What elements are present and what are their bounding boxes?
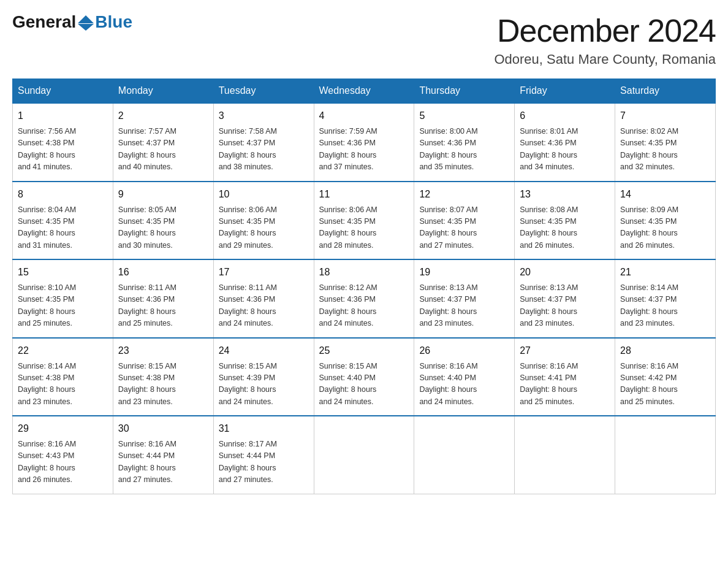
day-number: 27 (520, 343, 610, 358)
calendar-day-26: 26 Sunrise: 8:16 AM Sunset: 4:40 PM Dayl… (414, 338, 515, 416)
calendar-day-14: 14 Sunrise: 8:09 AM Sunset: 4:35 PM Dayl… (615, 182, 716, 260)
header-wednesday: Wednesday (314, 79, 414, 104)
day-number: 6 (520, 109, 610, 123)
calendar-day-15: 15 Sunrise: 8:10 AM Sunset: 4:35 PM Dayl… (13, 259, 113, 338)
day-info: Sunrise: 8:06 AM Sunset: 4:35 PM Dayligh… (219, 204, 309, 252)
header-monday: Monday (113, 79, 213, 104)
logo-triangle-bottom (78, 24, 94, 31)
calendar-day-17: 17 Sunrise: 8:11 AM Sunset: 4:36 PM Dayl… (213, 259, 314, 338)
calendar-day-28: 28 Sunrise: 8:16 AM Sunset: 4:42 PM Dayl… (615, 338, 716, 416)
day-number: 3 (219, 109, 309, 123)
page-header: General Blue December 2024 Odoreu, Satu … (12, 12, 716, 67)
day-info: Sunrise: 8:16 AM Sunset: 4:44 PM Dayligh… (118, 439, 208, 486)
month-title: December 2024 (494, 12, 716, 49)
day-number: 10 (219, 187, 309, 202)
day-number: 21 (620, 265, 710, 280)
calendar-week-row-2: 8 Sunrise: 8:04 AM Sunset: 4:35 PM Dayli… (13, 182, 716, 260)
calendar-day-8: 8 Sunrise: 8:04 AM Sunset: 4:35 PM Dayli… (13, 182, 113, 260)
day-info: Sunrise: 8:14 AM Sunset: 4:38 PM Dayligh… (18, 361, 108, 408)
calendar-day-16: 16 Sunrise: 8:11 AM Sunset: 4:36 PM Dayl… (113, 259, 213, 338)
calendar-day-11: 11 Sunrise: 8:06 AM Sunset: 4:35 PM Dayl… (314, 182, 414, 260)
day-info: Sunrise: 8:16 AM Sunset: 4:41 PM Dayligh… (520, 361, 610, 408)
calendar-empty-cell (314, 416, 414, 494)
day-info: Sunrise: 7:57 AM Sunset: 4:37 PM Dayligh… (118, 126, 208, 174)
day-info: Sunrise: 8:09 AM Sunset: 4:35 PM Dayligh… (620, 204, 710, 252)
day-number: 14 (620, 187, 710, 202)
calendar-empty-cell (515, 416, 615, 494)
location-subtitle: Odoreu, Satu Mare County, Romania (494, 52, 716, 67)
day-info: Sunrise: 8:10 AM Sunset: 4:35 PM Dayligh… (18, 282, 108, 330)
header-tuesday: Tuesday (213, 79, 314, 104)
day-number: 2 (118, 109, 208, 123)
day-number: 23 (118, 343, 208, 358)
day-number: 31 (219, 421, 309, 436)
title-block: December 2024 Odoreu, Satu Mare County, … (494, 12, 716, 67)
day-info: Sunrise: 7:56 AM Sunset: 4:38 PM Dayligh… (18, 126, 108, 174)
calendar-day-13: 13 Sunrise: 8:08 AM Sunset: 4:35 PM Dayl… (515, 182, 615, 260)
calendar-day-27: 27 Sunrise: 8:16 AM Sunset: 4:41 PM Dayl… (515, 338, 615, 416)
calendar-day-2: 2 Sunrise: 7:57 AM Sunset: 4:37 PM Dayli… (113, 103, 213, 182)
calendar-header-row: Sunday Monday Tuesday Wednesday Thursday… (13, 79, 716, 104)
calendar-day-29: 29 Sunrise: 8:16 AM Sunset: 4:43 PM Dayl… (13, 416, 113, 494)
day-info: Sunrise: 8:15 AM Sunset: 4:40 PM Dayligh… (319, 361, 409, 408)
header-thursday: Thursday (414, 79, 515, 104)
day-info: Sunrise: 8:04 AM Sunset: 4:35 PM Dayligh… (18, 204, 108, 252)
calendar-day-4: 4 Sunrise: 7:59 AM Sunset: 4:36 PM Dayli… (314, 103, 414, 182)
day-info: Sunrise: 8:11 AM Sunset: 4:36 PM Dayligh… (219, 282, 309, 330)
calendar-day-18: 18 Sunrise: 8:12 AM Sunset: 4:36 PM Dayl… (314, 259, 414, 338)
day-number: 16 (118, 265, 208, 280)
day-number: 22 (18, 343, 108, 358)
day-number: 5 (419, 109, 509, 123)
day-info: Sunrise: 8:16 AM Sunset: 4:43 PM Dayligh… (18, 439, 108, 486)
calendar-day-20: 20 Sunrise: 8:13 AM Sunset: 4:37 PM Dayl… (515, 259, 615, 338)
day-number: 8 (18, 187, 108, 202)
day-number: 28 (620, 343, 710, 358)
day-number: 12 (419, 187, 509, 202)
day-number: 26 (419, 343, 509, 358)
calendar-day-1: 1 Sunrise: 7:56 AM Sunset: 4:38 PM Dayli… (13, 103, 113, 182)
day-info: Sunrise: 8:16 AM Sunset: 4:42 PM Dayligh… (620, 361, 710, 408)
calendar-table: Sunday Monday Tuesday Wednesday Thursday… (12, 79, 716, 494)
day-info: Sunrise: 8:06 AM Sunset: 4:35 PM Dayligh… (319, 204, 409, 252)
day-info: Sunrise: 8:05 AM Sunset: 4:35 PM Dayligh… (118, 204, 208, 252)
day-info: Sunrise: 8:17 AM Sunset: 4:44 PM Dayligh… (219, 439, 309, 486)
day-number: 11 (319, 187, 409, 202)
calendar-week-row-4: 22 Sunrise: 8:14 AM Sunset: 4:38 PM Dayl… (13, 338, 716, 416)
calendar-day-10: 10 Sunrise: 8:06 AM Sunset: 4:35 PM Dayl… (213, 182, 314, 260)
day-info: Sunrise: 8:00 AM Sunset: 4:36 PM Dayligh… (419, 126, 509, 174)
calendar-day-7: 7 Sunrise: 8:02 AM Sunset: 4:35 PM Dayli… (615, 103, 716, 182)
day-number: 1 (18, 109, 108, 123)
day-number: 4 (319, 109, 409, 123)
day-number: 29 (18, 421, 108, 436)
calendar-week-row-1: 1 Sunrise: 7:56 AM Sunset: 4:38 PM Dayli… (13, 103, 716, 182)
calendar-day-30: 30 Sunrise: 8:16 AM Sunset: 4:44 PM Dayl… (113, 416, 213, 494)
header-saturday: Saturday (615, 79, 716, 104)
logo-general-text: General (12, 12, 76, 32)
calendar-day-25: 25 Sunrise: 8:15 AM Sunset: 4:40 PM Dayl… (314, 338, 414, 416)
day-number: 19 (419, 265, 509, 280)
calendar-empty-cell (615, 416, 716, 494)
calendar-day-31: 31 Sunrise: 8:17 AM Sunset: 4:44 PM Dayl… (213, 416, 314, 494)
calendar-week-row-3: 15 Sunrise: 8:10 AM Sunset: 4:35 PM Dayl… (13, 259, 716, 338)
logo-triangle-top (78, 15, 94, 23)
day-info: Sunrise: 8:02 AM Sunset: 4:35 PM Dayligh… (620, 126, 710, 174)
day-number: 13 (520, 187, 610, 202)
calendar-day-24: 24 Sunrise: 8:15 AM Sunset: 4:39 PM Dayl… (213, 338, 314, 416)
day-info: Sunrise: 7:59 AM Sunset: 4:36 PM Dayligh… (319, 126, 409, 174)
header-friday: Friday (515, 79, 615, 104)
calendar-day-6: 6 Sunrise: 8:01 AM Sunset: 4:36 PM Dayli… (515, 103, 615, 182)
calendar-day-5: 5 Sunrise: 8:00 AM Sunset: 4:36 PM Dayli… (414, 103, 515, 182)
day-number: 24 (219, 343, 309, 358)
day-number: 9 (118, 187, 208, 202)
calendar-day-9: 9 Sunrise: 8:05 AM Sunset: 4:35 PM Dayli… (113, 182, 213, 260)
day-number: 15 (18, 265, 108, 280)
calendar-day-21: 21 Sunrise: 8:14 AM Sunset: 4:37 PM Dayl… (615, 259, 716, 338)
day-info: Sunrise: 8:08 AM Sunset: 4:35 PM Dayligh… (520, 204, 610, 252)
day-info: Sunrise: 8:13 AM Sunset: 4:37 PM Dayligh… (520, 282, 610, 330)
day-number: 18 (319, 265, 409, 280)
calendar-day-3: 3 Sunrise: 7:58 AM Sunset: 4:37 PM Dayli… (213, 103, 314, 182)
calendar-empty-cell (414, 416, 515, 494)
day-number: 17 (219, 265, 309, 280)
day-info: Sunrise: 8:15 AM Sunset: 4:39 PM Dayligh… (219, 361, 309, 408)
day-number: 25 (319, 343, 409, 358)
